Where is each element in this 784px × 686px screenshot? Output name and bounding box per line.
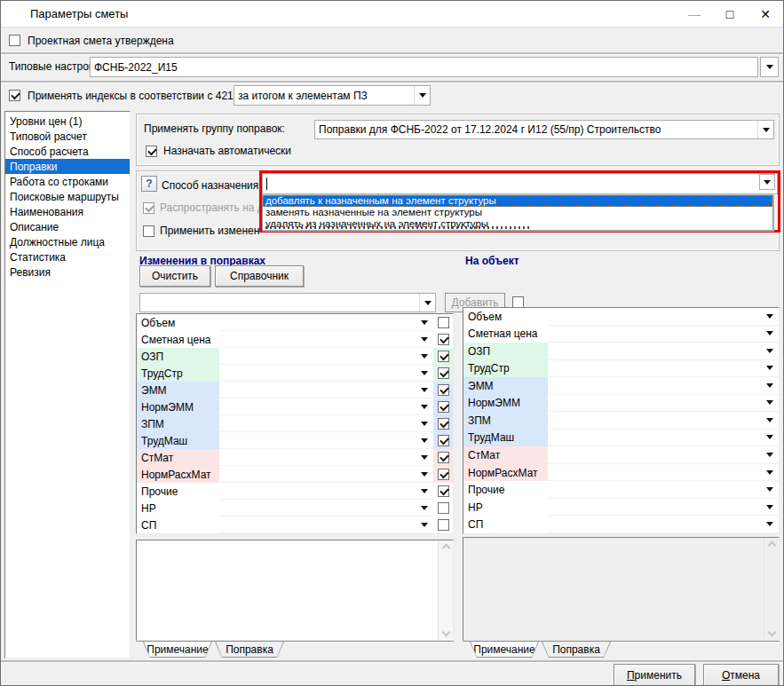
sidebar-item-officials[interactable]: Должностные лица — [5, 234, 130, 249]
reference-button[interactable]: Справочник — [215, 265, 304, 287]
param-value-combobox[interactable] — [219, 382, 433, 398]
tab-note[interactable]: Примечание — [143, 642, 212, 658]
param-checkbox[interactable] — [438, 367, 449, 379]
param-checkbox[interactable] — [438, 485, 449, 497]
chevron-down-icon — [421, 371, 428, 375]
chevron-down-icon — [764, 180, 771, 185]
param-value-combobox[interactable] — [548, 326, 779, 343]
auto-assign-checkbox[interactable] — [146, 146, 157, 157]
sidebar-item-names[interactable]: Наименования — [5, 204, 130, 219]
param-checkbox[interactable] — [438, 519, 449, 531]
sidebar-item-search-routes[interactable]: Поисковые маршруты — [5, 189, 130, 204]
apply-indices-mode-dropdown-button[interactable] — [414, 86, 430, 105]
apply-group-combobox[interactable]: Поправки для ФСНБ-2022 от 17.12.2024 г И… — [314, 120, 774, 139]
correction-dropdown-button[interactable] — [419, 294, 435, 311]
scroll-down-icon[interactable] — [767, 628, 776, 637]
param-value-combobox[interactable] — [548, 308, 779, 326]
sidebar-item-price-levels[interactable]: Уровни цен (1) — [5, 114, 130, 129]
scroll-up-icon[interactable] — [441, 544, 450, 553]
param-value-combobox[interactable] — [548, 516, 779, 533]
param-value-combobox[interactable] — [219, 449, 433, 466]
param-row-stmat: СтМат — [137, 449, 453, 466]
assignment-method-combobox[interactable] — [262, 173, 778, 194]
help-button[interactable]: ? — [141, 176, 157, 192]
sidebar-item-calc-method[interactable]: Способ расчета — [5, 144, 130, 159]
sidebar-item-typical-calc[interactable]: Типовой расчет — [5, 129, 130, 144]
param-value-combobox[interactable] — [548, 360, 779, 378]
sidebar-item-revision[interactable]: Ревизия — [5, 264, 130, 280]
param-checkbox[interactable] — [438, 435, 449, 446]
param-checkbox[interactable] — [438, 502, 449, 514]
param-row-estimate-price: Сметная цена — [463, 326, 779, 343]
param-row-volume: Объем — [137, 314, 453, 331]
cancel-button[interactable]: Отмена — [703, 664, 779, 686]
question-icon: ? — [146, 177, 152, 190]
param-value-combobox[interactable] — [219, 398, 433, 415]
param-value-combobox[interactable] — [219, 331, 433, 348]
param-value-combobox[interactable] — [219, 314, 433, 331]
minimize-icon[interactable]: — — [677, 1, 712, 27]
spread-checkbox[interactable] — [143, 202, 154, 214]
estimate-parameters-dialog: Параметры сметы — □ ✕ Проектная смета ут… — [0, 0, 784, 686]
correction-combobox[interactable] — [139, 293, 436, 312]
assignment-method-dropdown-list: добавлять к назначенным на элемент струк… — [262, 194, 773, 231]
apply-button[interactable]: Применить — [614, 664, 695, 686]
param-checkbox[interactable] — [438, 384, 449, 396]
changes-note-textarea[interactable] — [136, 540, 454, 641]
close-icon[interactable]: ✕ — [748, 1, 783, 27]
param-value-combobox[interactable] — [548, 343, 779, 360]
param-value-combobox[interactable] — [219, 365, 433, 382]
param-checkbox[interactable] — [438, 469, 449, 480]
param-value-combobox[interactable] — [548, 446, 779, 464]
scrollbar[interactable] — [764, 538, 779, 640]
param-value-combobox[interactable] — [548, 499, 779, 516]
param-value-combobox[interactable] — [219, 415, 433, 432]
typical-settings-field[interactable]: ФСНБ-2022_И15 — [90, 57, 758, 77]
clear-button[interactable]: Очистить — [139, 265, 210, 287]
assignment-method-dropdown-button[interactable] — [759, 174, 775, 190]
tab-note[interactable]: Примечание — [470, 642, 539, 658]
param-value-combobox[interactable] — [548, 481, 779, 499]
param-value-combobox[interactable] — [548, 377, 779, 395]
sidebar-item-row-operations[interactable]: Работа со строками — [5, 174, 130, 189]
param-checkbox[interactable] — [438, 317, 449, 328]
param-checkbox[interactable] — [438, 418, 449, 430]
param-checkbox[interactable] — [438, 401, 449, 413]
param-value-combobox[interactable] — [548, 412, 779, 430]
scrollbar[interactable] — [438, 540, 453, 640]
param-value-combobox[interactable] — [219, 483, 433, 500]
param-value-combobox[interactable] — [548, 395, 779, 413]
param-value-combobox[interactable] — [219, 500, 433, 516]
param-label: НормЭММ — [137, 398, 219, 415]
param-value-combobox[interactable] — [219, 348, 433, 365]
apply-changes-checkbox[interactable] — [143, 225, 154, 237]
cancel-button-label: тмена — [730, 669, 760, 682]
sidebar-item-description[interactable]: Описание — [5, 219, 130, 234]
chevron-down-icon — [766, 522, 773, 526]
param-row-zpm: ЗПМ — [463, 412, 779, 430]
tab-correction[interactable]: Поправка — [542, 642, 611, 658]
sidebar-item-corrections[interactable]: Поправки — [5, 159, 130, 174]
typical-settings-dropdown-button[interactable] — [760, 57, 779, 77]
apply-indices-mode-combobox[interactable]: за итогом к элементам ПЗ — [234, 85, 431, 106]
param-value-combobox[interactable] — [548, 464, 779, 482]
param-value-combobox[interactable] — [219, 466, 433, 483]
tab-correction[interactable]: Поправка — [215, 642, 284, 658]
param-checkbox[interactable] — [438, 351, 449, 362]
project-approved-checkbox[interactable] — [9, 35, 20, 46]
apply-group-dropdown-button[interactable] — [757, 121, 773, 138]
param-checkbox[interactable] — [438, 334, 449, 345]
param-value-combobox[interactable] — [219, 516, 433, 533]
param-value-combobox[interactable] — [219, 432, 433, 449]
maximize-icon[interactable]: □ — [712, 1, 748, 27]
sidebar-item-statistics[interactable]: Статистика — [5, 249, 130, 264]
dropdown-option-replace[interactable]: заменять назначенные на элемент структур… — [263, 207, 772, 218]
sidebar-item-label: Поисковые маршруты — [10, 191, 119, 203]
object-note-textarea[interactable] — [463, 537, 780, 641]
scroll-down-icon[interactable] — [441, 628, 450, 637]
apply-indices-checkbox[interactable] — [9, 90, 20, 101]
dropdown-option-add[interactable]: добавлять к назначенным на элемент струк… — [263, 195, 772, 207]
param-checkbox[interactable] — [438, 452, 449, 463]
scroll-up-icon[interactable] — [767, 541, 776, 550]
param-value-combobox[interactable] — [548, 430, 779, 447]
